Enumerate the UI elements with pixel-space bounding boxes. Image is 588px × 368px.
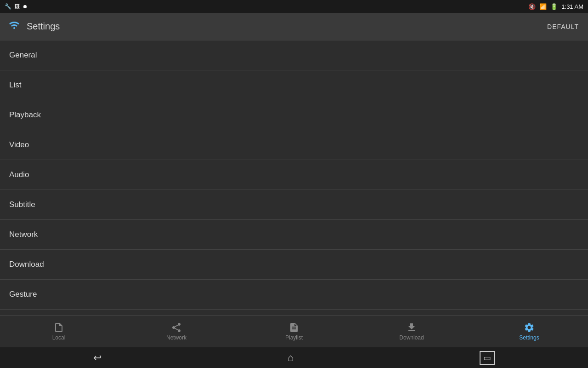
image-icon: 🖼 xyxy=(14,3,20,10)
settings-nav-icon xyxy=(524,322,535,333)
playlist-icon xyxy=(288,322,300,333)
nav-settings-label: Settings xyxy=(519,334,539,341)
back-button[interactable]: ↩ xyxy=(93,352,102,364)
settings-label-subtitle: Subtitle xyxy=(9,200,35,209)
settings-item-video[interactable]: Video xyxy=(0,130,588,160)
nav-settings[interactable]: Settings xyxy=(470,322,588,341)
local-icon xyxy=(53,322,64,333)
settings-item-general[interactable]: General xyxy=(0,40,588,70)
settings-item-playback[interactable]: Playback xyxy=(0,100,588,130)
bottom-nav: Local Network Playlist Download Settings xyxy=(0,315,588,347)
default-button[interactable]: DEFAULT xyxy=(547,23,579,30)
mute-icon: 🔇 xyxy=(528,3,536,10)
status-bar-right: 🔇 📶 🔋 1:31 AM xyxy=(528,3,583,10)
status-bar-left: 🔧 🖼 ⏺ xyxy=(5,3,28,10)
recent-button[interactable]: ▭ xyxy=(480,351,495,365)
settings-label-playback: Playback xyxy=(9,110,41,120)
nav-network[interactable]: Network xyxy=(118,322,235,341)
wrench-icon: 🔧 xyxy=(5,3,11,10)
content-area: GeneralListPlaybackVideoAudioSubtitleNet… xyxy=(0,40,588,315)
status-bar: 🔧 🖼 ⏺ 🔇 📶 🔋 1:31 AM xyxy=(0,0,588,13)
wifi-signal-icon: 📶 xyxy=(539,3,547,10)
download-nav-icon xyxy=(406,322,417,333)
home-button[interactable]: ⌂ xyxy=(288,352,294,364)
svg-point-0 xyxy=(13,27,15,29)
settings-label-general: General xyxy=(9,51,37,60)
settings-label-video: Video xyxy=(9,140,29,150)
settings-item-download[interactable]: Download xyxy=(0,250,588,280)
battery-icon: 🔋 xyxy=(550,3,558,10)
settings-item-list[interactable]: List xyxy=(0,70,588,100)
network-nav-icon xyxy=(171,322,182,333)
nav-playlist-label: Playlist xyxy=(285,334,303,341)
settings-item-subtitle[interactable]: Subtitle xyxy=(0,190,588,220)
nav-local-label: Local xyxy=(52,334,66,341)
nav-playlist[interactable]: Playlist xyxy=(235,322,353,341)
settings-label-gesture: Gesture xyxy=(9,290,37,299)
sys-nav-bar: ↩ ⌂ ▭ xyxy=(0,347,588,368)
settings-list: GeneralListPlaybackVideoAudioSubtitleNet… xyxy=(0,40,588,310)
app-bar-title: Settings xyxy=(27,21,547,32)
clock: 1:31 AM xyxy=(561,3,583,10)
nav-network-label: Network xyxy=(166,334,187,341)
nav-download-label: Download xyxy=(399,334,424,341)
settings-item-audio[interactable]: Audio xyxy=(0,160,588,190)
nav-local[interactable]: Local xyxy=(0,322,118,341)
settings-label-list: List xyxy=(9,80,21,90)
nav-download[interactable]: Download xyxy=(353,322,470,341)
settings-label-audio: Audio xyxy=(9,170,29,179)
settings-label-download: Download xyxy=(9,260,44,269)
record-icon: ⏺ xyxy=(23,4,28,9)
wifi-icon xyxy=(9,22,19,31)
settings-item-network[interactable]: Network xyxy=(0,220,588,250)
settings-item-gesture[interactable]: Gesture xyxy=(0,280,588,310)
app-bar: Settings DEFAULT xyxy=(0,13,588,40)
settings-label-network: Network xyxy=(9,230,38,239)
